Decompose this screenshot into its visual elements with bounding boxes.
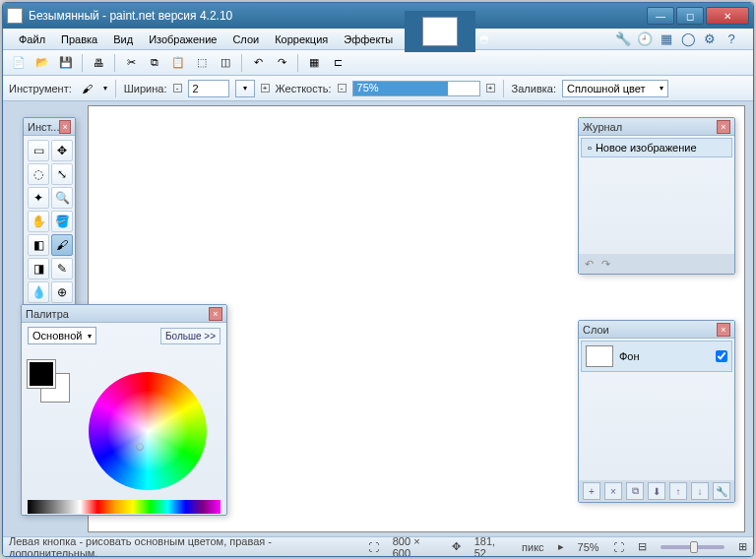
- history-window-icon[interactable]: 🕘: [637, 31, 653, 47]
- hardness-label: Жесткость:: [276, 83, 332, 94]
- cut-icon[interactable]: ✂: [121, 53, 141, 73]
- layer-visible-checkbox[interactable]: [716, 350, 727, 362]
- layers-window-icon[interactable]: ▦: [659, 31, 674, 47]
- close-button[interactable]: ✕: [706, 7, 749, 25]
- palette-close-icon[interactable]: ×: [209, 307, 222, 321]
- color-wheel[interactable]: [89, 372, 207, 490]
- palette-mode-select[interactable]: Основной▾: [28, 327, 96, 344]
- help-icon[interactable]: ?: [724, 31, 739, 47]
- tool-dropdown-icon[interactable]: ▾: [103, 84, 107, 93]
- redo-hist-icon[interactable]: ↷: [601, 258, 610, 271]
- tool-clone[interactable]: ⊕: [51, 281, 73, 303]
- tool-pan[interactable]: ✋: [28, 211, 49, 232]
- titlebar: Безымянный - paint.net версия 4.2.10 — ◻…: [3, 3, 753, 29]
- width-plus-icon[interactable]: +: [261, 84, 270, 93]
- status-unit[interactable]: пикс: [522, 541, 544, 553]
- menu-adjust[interactable]: Коррекция: [267, 31, 336, 48]
- tool-fill[interactable]: 🪣: [51, 211, 73, 232]
- width-minus-icon[interactable]: -: [173, 84, 182, 93]
- fill-select[interactable]: Сплошной цвет▾: [562, 80, 668, 97]
- tool-pencil[interactable]: ✎: [51, 258, 73, 280]
- primary-color-swatch[interactable]: [28, 360, 55, 388]
- undo-icon[interactable]: ↶: [248, 53, 268, 73]
- layers-close-icon[interactable]: ×: [717, 323, 730, 337]
- color-strip[interactable]: [28, 500, 220, 514]
- tool-move-sel[interactable]: ⤡: [51, 163, 73, 185]
- hardness-slider[interactable]: 75%: [352, 81, 480, 96]
- main-toolbar: 📄 📂 💾 🖶 ✂ ⧉ 📋 ⬚ ◫ ↶ ↷ ▦ ⊏: [3, 50, 753, 76]
- tool-gradient[interactable]: ◧: [28, 234, 49, 256]
- history-item[interactable]: ▫Новое изображение: [581, 138, 732, 157]
- tools-panel-title: Инст...: [28, 121, 59, 133]
- hardness-plus-icon[interactable]: +: [486, 84, 495, 93]
- document-thumbnail[interactable]: [405, 11, 475, 52]
- paste-icon[interactable]: 📋: [168, 53, 188, 73]
- zoom-slider[interactable]: [661, 545, 724, 549]
- zoom-out-icon[interactable]: ⊟: [638, 540, 647, 553]
- maximize-button[interactable]: ◻: [676, 7, 704, 25]
- zoom-in-icon[interactable]: ⊞: [738, 540, 747, 553]
- tools-close-icon[interactable]: ×: [59, 120, 71, 134]
- tool-wand[interactable]: ✦: [28, 187, 49, 209]
- ruler-icon[interactable]: ⊏: [328, 53, 347, 73]
- hardness-value: 75%: [353, 82, 379, 93]
- color-swatches[interactable]: [28, 360, 71, 404]
- palette-panel: Палитра× Основной▾ Больше >>: [21, 304, 227, 516]
- settings-icon[interactable]: ⚙: [702, 31, 718, 47]
- deselect-icon[interactable]: ◫: [216, 53, 235, 73]
- status-zoom: 75%: [578, 541, 599, 553]
- app-window: Безымянный - paint.net версия 4.2.10 — ◻…: [2, 2, 754, 557]
- palette-more-button[interactable]: Больше >>: [160, 328, 220, 344]
- tool-brush[interactable]: 🖌: [51, 234, 73, 256]
- layer-name: Фон: [619, 350, 640, 362]
- tool-picker[interactable]: 💧: [28, 281, 49, 303]
- fit-icon[interactable]: ⛶: [613, 541, 624, 553]
- fill-label: Заливка:: [512, 83, 556, 94]
- grid-icon[interactable]: ▦: [304, 53, 324, 73]
- layer-props-icon[interactable]: 🔧: [713, 482, 730, 500]
- menu-edit[interactable]: Правка: [53, 31, 105, 48]
- status-pos: 181, 52: [474, 535, 508, 558]
- history-close-icon[interactable]: ×: [717, 120, 730, 134]
- print-icon[interactable]: 🖶: [89, 53, 108, 73]
- menu-image[interactable]: Изображение: [141, 31, 224, 48]
- hardness-minus-icon[interactable]: -: [338, 84, 346, 93]
- menu-view[interactable]: Вид: [105, 31, 141, 48]
- tool-zoom[interactable]: 🔍: [51, 187, 73, 209]
- minimize-button[interactable]: —: [647, 7, 674, 25]
- menu-file[interactable]: Файл: [11, 31, 53, 48]
- crop-icon[interactable]: ⬚: [192, 53, 212, 73]
- layer-merge-icon[interactable]: ⬇: [648, 482, 665, 500]
- layer-down-icon[interactable]: ↓: [691, 482, 709, 500]
- menu-layers[interactable]: Слои: [224, 31, 267, 48]
- width-input[interactable]: [188, 80, 229, 97]
- open-file-icon[interactable]: 📂: [32, 53, 52, 73]
- current-tool-icon[interactable]: 🖌: [78, 79, 97, 98]
- copy-icon[interactable]: ⧉: [145, 53, 164, 73]
- tool-lasso[interactable]: ◌: [28, 163, 49, 185]
- tools-window-icon[interactable]: 🔧: [615, 31, 631, 47]
- statusbar: Левая кнопка - рисовать основным цветом,…: [3, 536, 753, 556]
- resize-icon: ⛶: [368, 541, 379, 553]
- tool-move[interactable]: ✥: [51, 140, 73, 161]
- layer-add-icon[interactable]: +: [583, 482, 600, 500]
- width-dropdown[interactable]: ▾: [235, 80, 255, 97]
- layers-title: Слои: [583, 324, 609, 336]
- save-file-icon[interactable]: 💾: [56, 53, 76, 73]
- layer-up-icon[interactable]: ↑: [669, 482, 687, 500]
- layer-dup-icon[interactable]: ⧉: [626, 482, 644, 500]
- new-file-icon[interactable]: 📄: [9, 53, 29, 73]
- tools-panel: Инст...× ▭ ✥ ◌ ⤡ ✦ 🔍 ✋ 🪣 ◧ 🖌 ◨ ✎ 💧 ⊕: [23, 117, 76, 314]
- color-picker-dot[interactable]: [136, 443, 144, 451]
- undo-hist-icon[interactable]: ↶: [585, 258, 594, 271]
- menubar: Файл Правка Вид Изображение Слои Коррекц…: [3, 29, 753, 50]
- menu-effects[interactable]: Эффекты: [336, 31, 401, 48]
- layer-delete-icon[interactable]: ×: [604, 482, 622, 500]
- redo-icon[interactable]: ↷: [272, 53, 291, 73]
- colors-window-icon[interactable]: ◯: [680, 31, 696, 47]
- thumb-toggle-icon[interactable]: ◓: [479, 32, 489, 45]
- tool-rect-select[interactable]: ▭: [28, 140, 49, 161]
- layer-row[interactable]: Фон: [581, 341, 732, 372]
- app-icon: [7, 8, 23, 24]
- tool-eraser[interactable]: ◨: [28, 258, 49, 280]
